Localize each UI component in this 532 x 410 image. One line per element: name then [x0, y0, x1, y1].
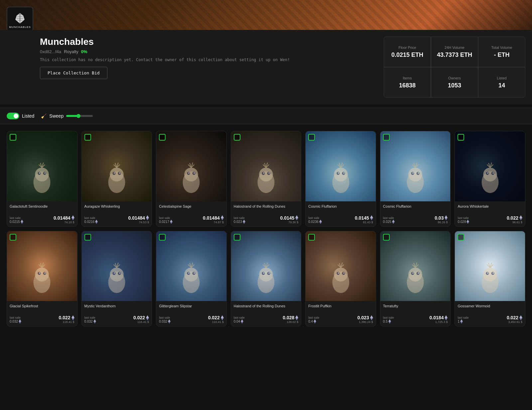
nft-price-group: 0.0145 79.36 $ — [280, 215, 298, 224]
nft-image-wrap — [306, 231, 376, 301]
nft-card[interactable]: Terratufty last sale 0.5 — [380, 231, 451, 327]
nft-card[interactable]: Glacial Spikefrost last sale 0.032 — [7, 231, 77, 327]
collection-description: This collection has no description yet. … — [40, 57, 377, 62]
nft-card[interactable]: Glittergleam Slipstar last sale 0.032 — [156, 231, 227, 327]
nft-image — [7, 131, 77, 201]
nft-section: Galactotuft Sentinoodle last sale 0.0215 — [0, 128, 532, 337]
nft-last-sale-group: last sale 0.4 — [308, 316, 319, 324]
nft-select-checkbox[interactable] — [84, 134, 91, 141]
nft-pricing: last sale 0.032 0.022 — [159, 315, 224, 324]
stat-owners: Owners 1053 — [431, 67, 478, 97]
nft-price-usd: 74.87 $ — [203, 221, 224, 224]
nft-last-sale-value: 1 — [458, 319, 468, 324]
nft-last-sale-value: 0.4 — [308, 319, 319, 324]
nft-last-sale-label: last sale — [458, 216, 469, 220]
nft-select-checkbox[interactable] — [10, 134, 16, 141]
listed-toggle-group: Listed — [7, 113, 34, 119]
svg-point-64 — [487, 172, 488, 173]
nft-image — [231, 131, 301, 201]
nft-name: Glittergleam Slipstar — [159, 304, 224, 313]
sweep-slider[interactable] — [66, 115, 93, 117]
nft-select-checkbox[interactable] — [308, 234, 315, 241]
svg-point-134 — [487, 272, 488, 273]
nft-price-main: 0.023 — [357, 315, 369, 320]
svg-point-124 — [412, 272, 413, 273]
nft-price-group: 0.022 118.41 $ — [59, 315, 74, 324]
nft-price-main: 0.022 — [507, 315, 518, 320]
nft-info: Cosmic Fluffarion last sale 0.0236 — [306, 201, 376, 227]
nft-last-sale-group: last sale 0.028 — [458, 216, 469, 224]
stat-total-volume-label: Total Volume — [491, 46, 512, 50]
listed-toggle[interactable] — [7, 113, 19, 119]
place-collection-bid-button[interactable]: Place Collection Bid — [40, 67, 107, 79]
svg-point-125 — [418, 272, 419, 273]
nft-pricing: last sale 0.4 0.023 — [308, 315, 373, 324]
nft-select-checkbox[interactable] — [234, 134, 240, 141]
svg-point-104 — [263, 272, 264, 273]
nft-card[interactable]: Halostrand of the Rolling Dunes last sal… — [231, 131, 302, 227]
nft-info: Aurora Whiskertale last sale 0.028 — [455, 201, 525, 227]
nft-select-checkbox[interactable] — [383, 134, 390, 141]
nft-card[interactable]: Mystic Verdanthorn last sale 0.032 — [81, 231, 152, 327]
nft-image — [455, 231, 525, 301]
svg-point-61 — [483, 168, 497, 182]
royalty-label: Royalty — [64, 49, 78, 54]
nft-last-sale-label: last sale — [84, 316, 96, 319]
nft-select-checkbox[interactable] — [159, 134, 166, 141]
nft-select-checkbox[interactable] — [458, 234, 464, 241]
svg-point-41 — [334, 168, 348, 182]
eth-icon — [519, 215, 522, 220]
nft-card[interactable]: Cosmic Fluffarion last sale 0.0236 — [305, 131, 376, 227]
nft-card[interactable]: Halostrand of the Rolling Dunes last sal… — [231, 231, 302, 327]
stat-total-volume: Total Volume - ETH — [478, 37, 525, 67]
nft-price-usd: 3,450.61 $ — [507, 320, 522, 324]
eth-small-icon — [93, 319, 96, 324]
nft-select-checkbox[interactable] — [234, 234, 240, 241]
nft-select-checkbox[interactable] — [84, 234, 91, 241]
nft-select-checkbox[interactable] — [383, 234, 390, 241]
nft-price-main: 0.01484 — [54, 215, 70, 221]
nft-select-checkbox[interactable] — [458, 134, 464, 141]
creature-icon — [97, 259, 136, 298]
nft-pricing: last sale 0.032 0.022 — [84, 315, 149, 324]
stat-floor-price-label: Floor Price — [398, 46, 416, 50]
nft-last-sale-group: last sale 0.032 — [10, 316, 21, 324]
nft-price-group: 0.022 3,450.61 $ — [507, 315, 522, 324]
creature-icon — [322, 259, 360, 298]
nft-card[interactable]: Galactotuft Sentinoodle last sale 0.0215 — [7, 131, 77, 227]
nft-select-checkbox[interactable] — [308, 134, 315, 141]
eth-small-icon — [168, 319, 171, 324]
nft-card[interactable]: Gossamer Wormoid last sale 1 — [455, 231, 525, 327]
nft-card[interactable]: Auragaze Whiskerling last sale 0.0216 — [81, 131, 152, 227]
nft-info: Glacial Spikefrost last sale 0.032 — [7, 301, 77, 326]
collection-section: Munchables 0xd82...f4a Royalty 0% This c… — [0, 30, 532, 104]
nft-image-wrap — [82, 131, 152, 201]
eth-small-icon — [392, 220, 395, 224]
svg-point-5 — [45, 172, 46, 173]
nft-last-sale-value: 0.04 — [234, 319, 245, 324]
collection-address: 0xd82...f4a — [40, 49, 61, 54]
nft-card[interactable]: Aurora Whiskertale last sale 0.028 — [455, 131, 525, 227]
nft-price-group: 0.023 1,380.24 $ — [357, 315, 373, 324]
nft-info: Celestialspine Sage last sale 0.0217 — [156, 201, 226, 227]
nft-select-checkbox[interactable] — [10, 234, 16, 241]
svg-point-85 — [119, 272, 120, 273]
nft-last-sale-group: last sale 0.5 — [383, 316, 394, 324]
svg-point-34 — [263, 172, 264, 173]
nft-last-sale-value: 0.0216 — [84, 220, 98, 224]
eth-small-icon — [460, 319, 463, 324]
nft-price-main-row: 0.01484 — [54, 215, 74, 221]
nft-grid: Galactotuft Sentinoodle last sale 0.0215 — [7, 131, 525, 327]
eth-icon — [519, 315, 522, 320]
nft-card[interactable]: Frostlit Puffkin last sale 0.4 — [305, 231, 376, 327]
creature-icon — [172, 259, 211, 298]
stat-listed: Listed 14 — [478, 67, 525, 97]
stat-floor-price-value: 0.0215 ETH — [391, 51, 423, 58]
nft-card[interactable]: Cosmic Fluffarion last sale 0.025 — [380, 131, 451, 227]
nft-price-usd: 116.41 $ — [133, 320, 149, 324]
nft-card[interactable]: Celestialspine Sage last sale 0.0217 — [156, 131, 227, 227]
nft-select-checkbox[interactable] — [159, 234, 166, 241]
svg-point-11 — [110, 168, 124, 182]
stat-listed-value: 14 — [498, 82, 505, 89]
nft-price-group: 0.01484 74.87 $ — [203, 215, 224, 224]
